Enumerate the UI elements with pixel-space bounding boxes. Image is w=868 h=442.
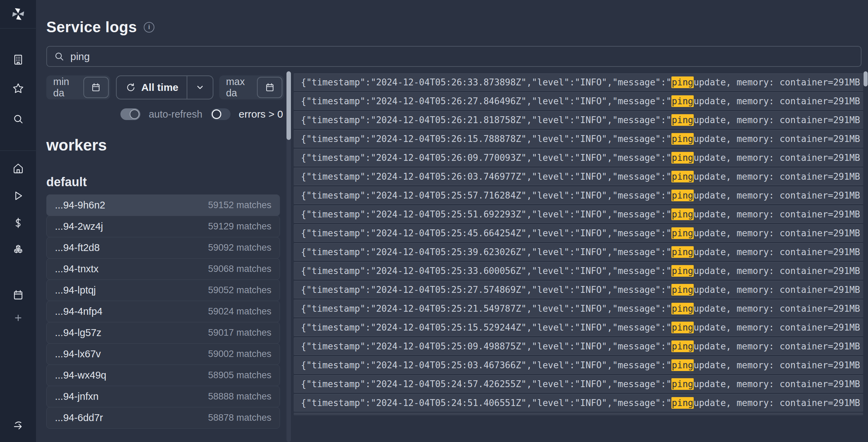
log-line[interactable]: {"timestamp":"2024-12-04T05:25:57.716284… bbox=[294, 187, 863, 204]
worker-match-count: 59017 matches bbox=[208, 327, 271, 338]
log-search-bar[interactable] bbox=[46, 46, 861, 67]
worker-match-count: 59129 matches bbox=[208, 221, 271, 232]
worker-row[interactable]: ...94-tnxtx 59068 matches bbox=[46, 258, 280, 280]
max-date-field[interactable]: max da bbox=[219, 75, 284, 99]
log-text: {"timestamp":"2024-12-04T05:25:45.664254… bbox=[301, 228, 671, 238]
log-scrollbar bbox=[863, 73, 868, 442]
auto-refresh-toggle[interactable] bbox=[120, 108, 140, 120]
log-line[interactable]: {"timestamp":"2024-12-04T05:24:51.406551… bbox=[294, 394, 863, 411]
worker-row[interactable]: ...94-2wz4j 59129 matches bbox=[46, 216, 280, 237]
plus-icon bbox=[12, 312, 24, 324]
auto-refresh-label: auto-refresh bbox=[149, 109, 202, 120]
search-match-highlight: ping bbox=[671, 397, 694, 409]
search-match-highlight: ping bbox=[671, 265, 694, 277]
log-line[interactable]: {"timestamp":"2024-12-04T05:26:21.818758… bbox=[294, 111, 863, 129]
sidebar-item-variables[interactable] bbox=[12, 217, 24, 229]
log-text: {"timestamp":"2024-12-04T05:26:09.770093… bbox=[301, 153, 671, 163]
worker-row[interactable]: ...94-jnfxn 58888 matches bbox=[46, 386, 280, 407]
calendar-icon bbox=[12, 289, 24, 301]
scrollbar-thumb[interactable] bbox=[286, 71, 291, 140]
sidebar-expand-button[interactable] bbox=[12, 419, 24, 431]
time-range-button[interactable]: All time bbox=[117, 76, 187, 99]
min-date-field[interactable]: min da bbox=[46, 75, 110, 99]
log-line[interactable]: {"timestamp":"2024-12-04T05:25:45.664254… bbox=[294, 224, 863, 242]
log-text: {"timestamp":"2024-12-04T05:26:33.873898… bbox=[301, 77, 671, 87]
log-line[interactable]: {"timestamp":"2024-12-04T05:26:33.873898… bbox=[294, 73, 863, 91]
worker-row[interactable]: ...94-ft2d8 59092 matches bbox=[46, 237, 280, 259]
worker-row[interactable]: ...94-lx67v 59002 matches bbox=[46, 343, 280, 365]
cubes-icon bbox=[12, 244, 24, 256]
worker-match-count: 58888 matches bbox=[208, 391, 271, 402]
log-text: update, memory: container=291MB bbox=[694, 190, 860, 201]
time-range-dropdown-button[interactable] bbox=[187, 76, 213, 99]
min-date-calendar-button[interactable] bbox=[83, 77, 109, 98]
page-title: Service logs bbox=[46, 19, 137, 36]
log-line[interactable]: {"timestamp":"2024-12-04T05:25:09.498875… bbox=[294, 337, 863, 355]
log-text: update, memory: container=291MB bbox=[694, 360, 860, 370]
worker-row[interactable]: ...94-wx49q 58905 matches bbox=[46, 365, 280, 386]
search-match-highlight: ping bbox=[671, 322, 694, 333]
scrollbar-thumb[interactable] bbox=[864, 71, 868, 86]
log-line[interactable]: {"timestamp":"2024-12-04T05:25:03.467366… bbox=[294, 356, 863, 374]
log-line-partial[interactable] bbox=[294, 413, 863, 415]
max-date-calendar-button[interactable] bbox=[257, 77, 282, 98]
log-line[interactable]: {"timestamp":"2024-12-04T05:26:27.846496… bbox=[294, 92, 863, 110]
search-match-highlight: ping bbox=[671, 152, 694, 164]
home-icon bbox=[12, 162, 24, 175]
search-match-highlight: ping bbox=[671, 284, 694, 296]
worker-match-count: 59002 matches bbox=[208, 349, 271, 359]
sidebar-item-schedules[interactable] bbox=[12, 289, 24, 301]
expand-arrow-icon bbox=[12, 419, 24, 431]
sidebar-item-runs[interactable] bbox=[12, 190, 24, 202]
worker-name: ...94-lx67v bbox=[55, 348, 101, 360]
worker-row[interactable]: ...94-4nfp4 59024 matches bbox=[46, 301, 280, 322]
worker-name: ...94-jnfxn bbox=[55, 391, 98, 402]
errors-label: errors > 0 bbox=[239, 108, 283, 120]
log-text: {"timestamp":"2024-12-04T05:25:03.467366… bbox=[301, 360, 671, 370]
worker-row[interactable]: ...94-lptqj 59052 matches bbox=[46, 279, 280, 301]
sidebar-item-search[interactable] bbox=[12, 113, 24, 125]
search-icon bbox=[54, 51, 64, 62]
search-match-highlight: ping bbox=[671, 359, 694, 371]
windmill-logo-icon bbox=[10, 6, 26, 22]
worker-name: ...94-ft2d8 bbox=[55, 242, 100, 253]
search-match-highlight: ping bbox=[671, 190, 694, 201]
search-icon bbox=[12, 113, 24, 125]
sidebar-item-home[interactable] bbox=[12, 162, 24, 175]
log-line[interactable]: {"timestamp":"2024-12-04T05:24:57.426255… bbox=[294, 375, 863, 393]
worker-match-count: 58878 matches bbox=[208, 413, 271, 423]
info-icon[interactable]: i bbox=[144, 22, 154, 33]
log-text: update, memory: container=291MB bbox=[694, 209, 860, 219]
log-text: update, memory: container=291MB bbox=[694, 379, 860, 389]
log-line[interactable]: {"timestamp":"2024-12-04T05:25:51.692293… bbox=[294, 205, 863, 223]
sidebar-item-favorites[interactable] bbox=[12, 82, 24, 95]
worker-row[interactable]: ...94-9h6n2 59152 matches bbox=[46, 194, 280, 216]
sidebar-item-add[interactable] bbox=[12, 312, 24, 324]
log-line[interactable]: {"timestamp":"2024-12-04T05:26:15.788878… bbox=[294, 130, 863, 147]
log-text: update, memory: container=291MB bbox=[694, 341, 860, 351]
worker-row[interactable]: ...94-6dd7r 58878 matches bbox=[46, 407, 280, 429]
play-icon bbox=[12, 190, 24, 202]
app-logo[interactable] bbox=[0, 0, 36, 28]
log-text: update, memory: container=291MB bbox=[694, 322, 860, 333]
log-line[interactable]: {"timestamp":"2024-12-04T05:26:03.746977… bbox=[294, 168, 863, 185]
log-text: update, memory: container=291MB bbox=[694, 77, 860, 87]
sidebar-item-resources[interactable] bbox=[12, 244, 24, 256]
worker-row[interactable]: ...94-lg57z 59017 matches bbox=[46, 322, 280, 344]
log-line[interactable]: {"timestamp":"2024-12-04T05:25:15.529244… bbox=[294, 319, 863, 336]
worker-name: ...94-wx49q bbox=[55, 370, 106, 381]
chevron-down-icon bbox=[195, 82, 205, 93]
log-line[interactable]: {"timestamp":"2024-12-04T05:25:27.574869… bbox=[294, 281, 863, 298]
sidebar-divider bbox=[0, 151, 36, 151]
toggle-knob bbox=[130, 109, 139, 119]
log-line[interactable]: {"timestamp":"2024-12-04T05:25:33.600056… bbox=[294, 262, 863, 279]
log-line[interactable]: {"timestamp":"2024-12-04T05:26:09.770093… bbox=[294, 149, 863, 166]
search-input[interactable] bbox=[70, 51, 854, 62]
worker-name: ...94-9h6n2 bbox=[55, 200, 105, 211]
sidebar-divider bbox=[0, 28, 36, 28]
search-match-highlight: ping bbox=[671, 133, 694, 145]
errors-toggle[interactable] bbox=[211, 108, 231, 120]
log-line[interactable]: {"timestamp":"2024-12-04T05:25:21.549787… bbox=[294, 300, 863, 317]
log-line[interactable]: {"timestamp":"2024-12-04T05:25:39.623026… bbox=[294, 243, 863, 261]
sidebar-item-workspace[interactable] bbox=[12, 53, 24, 66]
